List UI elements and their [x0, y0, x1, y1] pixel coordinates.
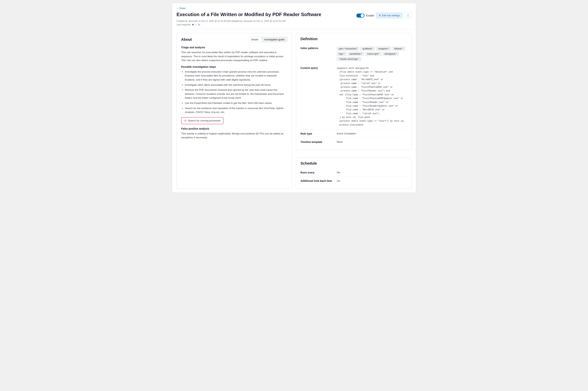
about-panel-header: About Details Investigation guide [181, 37, 288, 42]
index-patterns-row: Index patterns apm-*-transaction* auditb… [300, 44, 407, 64]
false-positive-title: False positive analysis [181, 127, 288, 130]
meta-info: Created by: docsuser on Oct 11, 2022 @ 2… [176, 20, 412, 22]
runs-every-row: Runs every 5m [300, 169, 407, 177]
enable-toggle[interactable] [356, 13, 365, 18]
page-title: Execution of a File Written or Modified … [176, 11, 321, 18]
index-patterns-tags: apm-*-transaction* auditbeat-* endgame-*… [337, 47, 407, 61]
definition-panel: Definition Index patterns apm-*-transact… [296, 33, 412, 150]
schedule-table: Runs every 5m Additional look-back time … [300, 169, 407, 185]
index-patterns-label: Index patterns [300, 47, 334, 61]
investigation-guide-content: Triage and analysis This rule searches f… [181, 46, 288, 140]
edit-rule-label: Edit rule settings [382, 14, 400, 17]
index-patterns-value: apm-*-transaction* auditbeat-* endgame-*… [337, 47, 407, 61]
page-header: Execution of a File Written or Modified … [176, 11, 412, 19]
about-panel: About Details Investigation guide Triage… [176, 33, 292, 189]
custom-query-code: sequence with maxspan=2h [file where eve… [337, 67, 407, 127]
tab-investigation-guide[interactable]: Investigation guide [261, 37, 287, 42]
response-dash: — [195, 23, 197, 26]
search-running-processes-button[interactable]: ⚙ Search for running processes [181, 117, 223, 124]
investigation-steps-list: Investigate the process execution chain … [185, 70, 288, 114]
custom-query-row: Custom query sequence with maxspan=2h [f… [300, 64, 407, 130]
right-panel: Definition Index patterns apm-*-transact… [296, 33, 412, 189]
edit-rule-button[interactable]: ⚙ Edit rule settings [376, 12, 403, 18]
list-item: Use the PowerShell Get-FileHash cmdlet t… [185, 101, 288, 105]
timeline-template-value: None [337, 141, 407, 143]
last-response: Last response: — ↻ [176, 23, 412, 26]
main-content: About Details Investigation guide Triage… [176, 33, 412, 189]
header-actions: Enable ⚙ Edit rule settings ⋮ [356, 12, 412, 19]
tab-details[interactable]: Details [248, 37, 261, 42]
triage-text: This rule searches for executable files … [181, 50, 288, 62]
look-back-row: Additional look-back time 1m [300, 177, 407, 185]
look-back-label: Additional look-back time [300, 179, 334, 182]
rule-type-label: Rule type [300, 132, 334, 135]
look-back-value: 1m [337, 179, 407, 182]
schedule-panel-title: Schedule [300, 161, 407, 166]
breadcrumb[interactable]: Rules [176, 7, 412, 10]
list-item: Investigate other alerts associated with… [185, 83, 288, 87]
triage-title: Triage and analysis [181, 46, 288, 49]
rule-type-value: Event Correlation [337, 132, 407, 135]
last-response-label: Last response: [176, 23, 191, 26]
schedule-panel: Schedule Runs every 5m Additional look-b… [296, 157, 412, 189]
list-item: Investigate the process execution chain … [185, 70, 288, 82]
rule-type-row: Rule type Event Correlation [300, 130, 407, 138]
toggle-container: Enable [356, 13, 374, 18]
tag: traces-apm* [365, 52, 381, 56]
definition-panel-title: Definition [300, 37, 407, 41]
tag: winlogbeat-* [382, 52, 399, 56]
runs-every-label: Runs every [300, 171, 334, 174]
custom-query-value: sequence with maxspan=2h [file where eve… [337, 67, 407, 127]
list-item: Search for the existence and reputation … [185, 106, 288, 114]
tag: -*elastic-cloud-logs-* [337, 57, 361, 61]
status-dot [192, 24, 194, 25]
more-options-button[interactable]: ⋮ [404, 12, 412, 19]
gear-icon: ⚙ [184, 119, 187, 122]
tag: apm-*-transaction* [337, 47, 359, 51]
tag: packetbeat-* [348, 52, 364, 56]
tab-group: Details Investigation guide [248, 37, 288, 42]
edit-rule-icon: ⚙ [379, 14, 381, 17]
enable-label: Enable [366, 14, 374, 17]
page-container: Rules Execution of a File Written or Mod… [172, 3, 416, 193]
refresh-icon[interactable]: ↻ [198, 23, 200, 26]
tag: filebeat-* [392, 47, 405, 51]
tag: auditbeat-* [360, 47, 375, 51]
custom-query-label: Custom query [300, 67, 334, 127]
runs-every-value: 5m [337, 171, 407, 174]
tag: logs-* [337, 52, 347, 56]
definition-table: Index patterns apm-*-transaction* auditb… [300, 44, 407, 146]
list-item: Retrieve the PDF documents received and … [185, 88, 288, 100]
timeline-template-label: Timeline template [300, 141, 334, 143]
steps-title: Possible investigation steps [181, 65, 288, 68]
tag: endgame-* [376, 47, 391, 51]
about-panel-title: About [181, 37, 192, 42]
false-positive-text: This activity is unlikely to happen legi… [181, 132, 288, 140]
search-button-label: Search for running processes [188, 119, 220, 122]
timeline-template-row: Timeline template None [300, 138, 407, 146]
